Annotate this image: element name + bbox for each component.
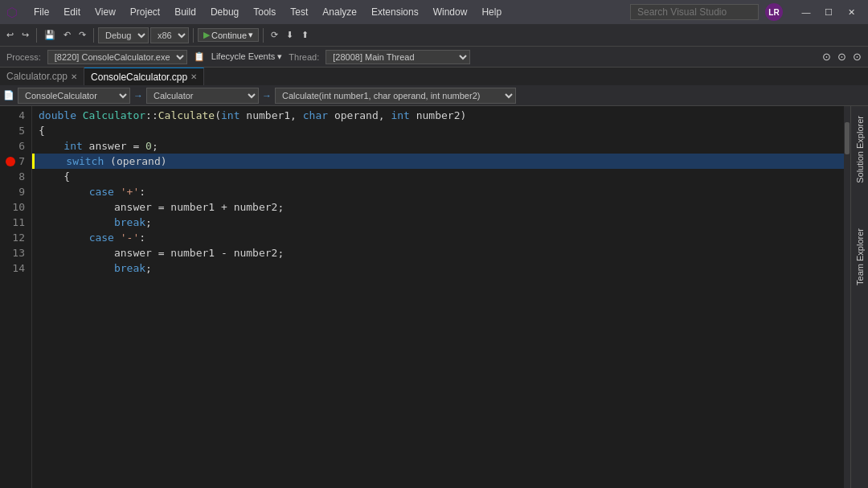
process-bar: Process: [8220] ConsoleCalculator.exe 📋 … [0, 47, 868, 68]
menu-project[interactable]: Project [124, 5, 166, 19]
sep2 [93, 28, 94, 43]
code-line-12: case '-': [32, 230, 844, 245]
titlebar: ⬡ File Edit View Project Build Debug Too… [0, 0, 868, 24]
close-button[interactable]: ✕ [841, 3, 862, 21]
tab-label: Calculator.cpp [6, 71, 68, 82]
line-12: 12 [0, 230, 31, 245]
line-11: 11 [0, 215, 31, 230]
code-line-5: { [32, 123, 844, 138]
line-9: 9 [0, 184, 31, 199]
code-line-7: switch (operand) [32, 154, 844, 169]
filter2-icon[interactable]: ⊙ [837, 51, 846, 63]
sep4 [263, 28, 264, 43]
window-controls: — ☐ ✕ [796, 3, 862, 21]
code-content[interactable]: double Calculator::Calculate(int number1… [32, 106, 844, 488]
menu-file[interactable]: File [27, 5, 55, 19]
method-arrow-icon: → [262, 90, 272, 101]
menu-debug[interactable]: Debug [204, 5, 245, 19]
sep3 [193, 28, 194, 43]
line-14: 14 [0, 260, 31, 276]
line-8: 8 [0, 169, 31, 184]
thread-label: Thread: [289, 52, 319, 62]
line-13: 13 [0, 245, 31, 260]
menu-extensions[interactable]: Extensions [365, 5, 425, 19]
code-line-9: case '+': [32, 184, 844, 199]
tab-consolecalculator-cpp[interactable]: ConsoleCalculator.cpp ✕ [84, 68, 204, 85]
code-line-8: { [32, 169, 844, 184]
filter-icon[interactable]: ⊙ [822, 51, 831, 63]
code-editor[interactable]: 4 5 6 7 8 9 10 11 12 13 14 double Calcul… [0, 106, 850, 488]
tab-label: ConsoleCalculator.cpp [91, 72, 187, 83]
tab-calculator-cpp[interactable]: Calculator.cpp ✕ [0, 68, 84, 85]
line-5: 5 [0, 123, 31, 138]
editor-scrollbar[interactable] [844, 106, 850, 488]
lifecycle-label[interactable]: Lifecycle Events ▾ [211, 51, 283, 62]
menu-tools[interactable]: Tools [247, 5, 282, 19]
forward-button[interactable]: ↪ [18, 28, 32, 42]
debug-config-dropdown[interactable]: Debug [98, 27, 149, 43]
back-button[interactable]: ↩ [3, 28, 17, 42]
line-7[interactable]: 7 [0, 154, 31, 169]
code-line-14: break; [32, 260, 844, 276]
team-explorer-button[interactable]: Team Explorer [854, 222, 866, 292]
code-line-11: break; [32, 215, 844, 230]
menu-bar: File Edit View Project Build Debug Tools… [27, 5, 508, 19]
menu-help[interactable]: Help [475, 5, 508, 19]
process-label: Process: [6, 52, 41, 62]
undo-button[interactable]: ↶ [60, 28, 74, 42]
code-line-4: double Calculator::Calculate(int number1… [32, 108, 844, 123]
line-6: 6 [0, 138, 31, 154]
vs-logo-icon: ⬡ [6, 5, 18, 20]
continue-dropdown-icon[interactable]: ▾ [248, 30, 253, 40]
redo-button[interactable]: ↷ [76, 28, 89, 42]
file-navigation-bar: 📄 ConsoleCalculator → Calculator → Calcu… [0, 85, 868, 106]
right-sidebar: Solution Explorer Team Explorer [850, 106, 868, 488]
namespace-dropdown[interactable]: Calculator [146, 88, 259, 104]
tabbar: Calculator.cpp ✕ ConsoleCalculator.cpp ✕ [0, 68, 868, 85]
maximize-button[interactable]: ☐ [818, 3, 839, 21]
class-dropdown[interactable]: ConsoleCalculator [18, 88, 130, 104]
process-dropdown[interactable]: [8220] ConsoleCalculator.exe [47, 50, 187, 64]
continue-button[interactable]: ▶ Continue ▾ [198, 28, 259, 42]
menu-test[interactable]: Test [284, 5, 314, 19]
solution-explorer-button[interactable]: Solution Explorer [854, 109, 866, 190]
scrollbar-thumb[interactable] [845, 122, 850, 154]
platform-dropdown[interactable]: x86 [150, 27, 189, 43]
step-out-button[interactable]: ⬆ [298, 28, 312, 42]
breakpoint-dot[interactable] [6, 157, 15, 166]
arrow-icon: → [133, 90, 143, 101]
play-icon: ▶ [203, 30, 210, 40]
lifecycle-button[interactable]: 📋 [194, 51, 205, 62]
step-in-button[interactable]: ⬇ [283, 28, 297, 42]
code-line-10: answer = number1 + number2; [32, 199, 844, 215]
step-over-button[interactable]: ⟳ [268, 28, 281, 42]
thread-dropdown[interactable]: [28008] Main Thread [326, 50, 470, 64]
menu-view[interactable]: View [88, 5, 122, 19]
code-line-6: int answer = 0; [32, 138, 844, 154]
save-button[interactable]: 💾 [41, 28, 59, 42]
method-dropdown[interactable]: Calculate(int number1, char operand, int… [275, 88, 516, 104]
main-area: 4 5 6 7 8 9 10 11 12 13 14 double Calcul… [0, 106, 868, 488]
line-gutter: 4 5 6 7 8 9 10 11 12 13 14 [0, 106, 32, 488]
tab-close-icon[interactable]: ✕ [71, 72, 77, 81]
file-icon: 📄 [3, 90, 14, 100]
code-line-13: answer = number1 - number2; [32, 245, 844, 260]
search-input[interactable] [630, 4, 759, 20]
avatar[interactable]: LR [765, 3, 783, 21]
menu-edit[interactable]: Edit [57, 5, 87, 19]
line-4: 4 [0, 108, 31, 123]
menu-analyze[interactable]: Analyze [316, 5, 363, 19]
filter3-icon[interactable]: ⊙ [853, 51, 862, 63]
minimize-button[interactable]: — [796, 3, 817, 21]
continue-label: Continue [211, 31, 247, 40]
menu-build[interactable]: Build [168, 5, 203, 19]
tab-close-icon[interactable]: ✕ [190, 72, 197, 81]
line-10: 10 [0, 199, 31, 215]
sep1 [36, 28, 37, 43]
menu-window[interactable]: Window [427, 5, 474, 19]
toolbar: ↩ ↪ 💾 ↶ ↷ Debug x86 ▶ Continue ▾ ⟳ ⬇ ⬆ [0, 24, 868, 47]
